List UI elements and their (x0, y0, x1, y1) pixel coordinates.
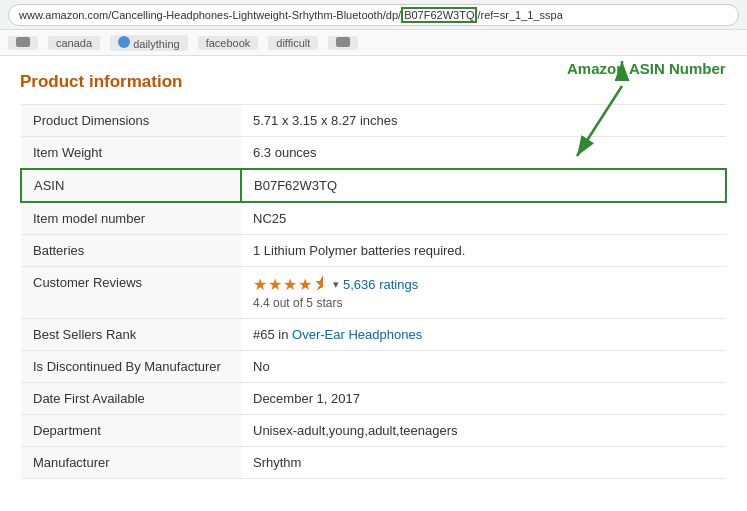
table-row: Product Dimensions 5.71 x 3.15 x 8.27 in… (21, 105, 726, 137)
bookmark-icon-3 (118, 36, 130, 48)
row-value: NC25 (241, 202, 726, 235)
stars-display: ★ ★ ★ ★ ⯨ (253, 275, 329, 294)
row-label: Product Dimensions (21, 105, 241, 137)
best-sellers-row: Best Sellers Rank #65 in Over-Ear Headph… (21, 319, 726, 351)
customer-reviews-value: ★ ★ ★ ★ ⯨ ▾ 5,636 ratings 4.4 out of 5 s… (241, 267, 726, 319)
url-bar[interactable]: www.amazon.com/Cancelling-Headphones-Lig… (8, 4, 739, 26)
table-row: Item Weight 6.3 ounces (21, 137, 726, 170)
url-prefix: www.amazon.com/Cancelling-Headphones-Lig… (19, 9, 401, 21)
asin-row: ASIN B07F62W3TQ (21, 169, 726, 202)
url-asin-highlight: B07F62W3TQ (401, 7, 477, 23)
row-value: 6.3 ounces (241, 137, 726, 170)
table-row: Date First Available December 1, 2017 (21, 383, 726, 415)
row-value: Unisex-adult,young,adult,teenagers (241, 415, 726, 447)
rank-category-link[interactable]: Over-Ear Headphones (292, 327, 422, 342)
url-suffix: /ref=sr_1_1_sspa (477, 9, 562, 21)
star-2: ★ (268, 275, 282, 294)
bookmark-icon-1 (16, 37, 30, 47)
table-row: Department Unisex-adult,young,adult,teen… (21, 415, 726, 447)
best-sellers-value: #65 in Over-Ear Headphones (241, 319, 726, 351)
row-label: Batteries (21, 235, 241, 267)
table-row: Batteries 1 Lithium Polymer batteries re… (21, 235, 726, 267)
asin-value: B07F62W3TQ (241, 169, 726, 202)
bookmark-2[interactable]: canada (48, 36, 100, 50)
row-value: 1 Lithium Polymer batteries required. (241, 235, 726, 267)
row-label: Date First Available (21, 383, 241, 415)
star-4: ★ (298, 275, 312, 294)
row-label: Item Weight (21, 137, 241, 170)
star-4-half: ⯨ (313, 275, 329, 294)
row-label: Is Discontinued By Manufacturer (21, 351, 241, 383)
stars-text: 4.4 out of 5 stars (253, 296, 714, 310)
asin-label: ASIN (21, 169, 241, 202)
row-value: Srhythm (241, 447, 726, 479)
star-3: ★ (283, 275, 297, 294)
bookmark-4[interactable]: facebook (198, 36, 259, 50)
row-value: 5.71 x 3.15 x 8.27 inches (241, 105, 726, 137)
table-row: Is Discontinued By Manufacturer No (21, 351, 726, 383)
star-1: ★ (253, 275, 267, 294)
product-table: Product Dimensions 5.71 x 3.15 x 8.27 in… (20, 104, 727, 479)
ratings-link[interactable]: 5,636 ratings (343, 277, 418, 292)
row-value: No (241, 351, 726, 383)
table-row: Manufacturer Srhythm (21, 447, 726, 479)
stars-container: ★ ★ ★ ★ ⯨ ▾ 5,636 ratings (253, 275, 714, 294)
rank-number: #65 (253, 327, 275, 342)
rank-prefix: in (278, 327, 292, 342)
section-title: Product information (20, 72, 727, 92)
bookmarks-bar: canada dailything facebook difficult (0, 30, 747, 56)
row-label: Department (21, 415, 241, 447)
table-row: Item model number NC25 (21, 202, 726, 235)
row-label: Customer Reviews (21, 267, 241, 319)
bookmark-6[interactable] (328, 36, 358, 50)
row-value: December 1, 2017 (241, 383, 726, 415)
row-label: Manufacturer (21, 447, 241, 479)
customer-reviews-row: Customer Reviews ★ ★ ★ ★ ⯨ ▾ 5,636 ratin… (21, 267, 726, 319)
bookmark-3[interactable]: dailything (110, 35, 188, 51)
stars-dropdown[interactable]: ▾ (333, 278, 339, 291)
row-label: Item model number (21, 202, 241, 235)
bookmark-5[interactable]: difficult (268, 36, 318, 50)
browser-bar: www.amazon.com/Cancelling-Headphones-Lig… (0, 0, 747, 30)
bookmark-1[interactable] (8, 36, 38, 50)
row-label: Best Sellers Rank (21, 319, 241, 351)
main-content: Product information Product Dimensions 5… (0, 56, 747, 495)
bookmark-icon-6 (336, 37, 350, 47)
